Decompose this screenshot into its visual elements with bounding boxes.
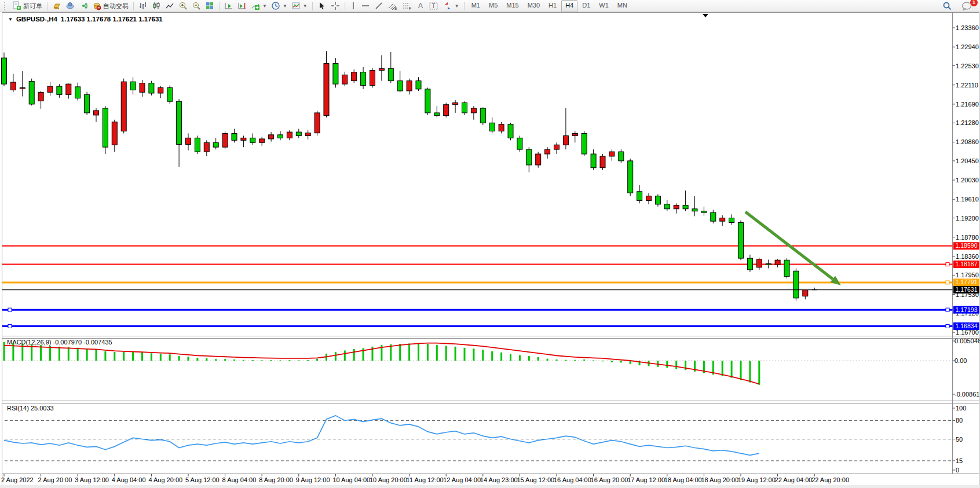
svg-text:1.20030: 1.20030 xyxy=(956,177,979,184)
svg-text:14 Aug 23:00: 14 Aug 23:00 xyxy=(480,476,518,483)
symbol-dropdown-icon[interactable]: ▼ xyxy=(8,17,13,22)
svg-text:5 Aug 12:00: 5 Aug 12:00 xyxy=(185,476,220,483)
svg-text:9 Aug 12:00: 9 Aug 12:00 xyxy=(296,476,330,483)
svg-text:1.20450: 1.20450 xyxy=(956,157,979,164)
svg-text:12 Aug 04:00: 12 Aug 04:00 xyxy=(443,476,481,483)
svg-text:22 Aug 04:00: 22 Aug 04:00 xyxy=(775,476,813,483)
svg-text:1.21280: 1.21280 xyxy=(956,119,979,126)
svg-text:1.22530: 1.22530 xyxy=(956,63,979,69)
svg-text:1.17791: 1.17791 xyxy=(956,278,978,285)
svg-text:1.17950: 1.17950 xyxy=(956,271,979,278)
svg-text:17 Aug 12:00: 17 Aug 12:00 xyxy=(627,476,665,483)
svg-text:3 Aug 12:00: 3 Aug 12:00 xyxy=(75,476,109,483)
svg-text:2 Aug 20:00: 2 Aug 20:00 xyxy=(38,476,72,483)
chart-title: GBPUSD-,H4 xyxy=(16,16,57,23)
svg-text:10 Aug 04:00: 10 Aug 04:00 xyxy=(332,476,370,483)
svg-text:15: 15 xyxy=(956,457,963,464)
svg-text:16 Aug 20:00: 16 Aug 20:00 xyxy=(591,476,628,483)
svg-text:1.18360: 1.18360 xyxy=(956,253,979,260)
rsi-indicator-label: RSI(14) 25.0033 xyxy=(7,405,54,412)
svg-text:8 Aug 04:00: 8 Aug 04:00 xyxy=(222,476,257,483)
svg-text:1.22110: 1.22110 xyxy=(956,82,978,89)
svg-text:10 Aug 20:00: 10 Aug 20:00 xyxy=(370,476,407,483)
svg-text:50: 50 xyxy=(956,436,963,443)
window-bottom-edge xyxy=(0,485,980,488)
svg-text:2 Aug 2022: 2 Aug 2022 xyxy=(1,476,34,483)
svg-text:4 Aug 20:00: 4 Aug 20:00 xyxy=(148,476,182,483)
svg-text:4 Aug 04:00: 4 Aug 04:00 xyxy=(112,476,146,483)
svg-text:11 Aug 12:00: 11 Aug 12:00 xyxy=(407,476,444,483)
svg-text:1.18590: 1.18590 xyxy=(956,242,978,249)
svg-text:1.20860: 1.20860 xyxy=(956,138,979,145)
chart-ohlc-values: 1.17633 1.17678 1.17621 1.17631 xyxy=(61,16,163,23)
svg-text:0.005046: 0.005046 xyxy=(955,337,980,344)
svg-text:-0.008617: -0.008617 xyxy=(955,391,980,398)
application-window: 新订单 自动交易 ▼ ▼ ▼ E F A T ▼ xyxy=(0,0,980,488)
svg-text:16 Aug 04:00: 16 Aug 04:00 xyxy=(554,476,591,483)
svg-text:0: 0 xyxy=(956,467,959,474)
svg-text:1.23360: 1.23360 xyxy=(956,24,979,31)
svg-text:1.21690: 1.21690 xyxy=(956,101,979,108)
svg-text:1.17631: 1.17631 xyxy=(956,286,978,293)
svg-text:15 Aug 12:00: 15 Aug 12:00 xyxy=(517,476,554,483)
chart-header: ▼ GBPUSD-,H4 1.17633 1.17678 1.17621 1.1… xyxy=(8,16,163,23)
svg-text:1.18780: 1.18780 xyxy=(956,234,979,241)
chart-background xyxy=(0,12,980,488)
svg-text:18 Aug 04:00: 18 Aug 04:00 xyxy=(664,476,702,483)
svg-text:1.18187: 1.18187 xyxy=(956,260,978,267)
macd-indicator-label: MACD(12,26,9) -0.007970 -0.007435 xyxy=(7,339,112,346)
svg-text:80: 80 xyxy=(956,417,963,424)
svg-text:100: 100 xyxy=(956,405,966,412)
svg-text:22 Aug 20:00: 22 Aug 20:00 xyxy=(811,476,849,483)
chart-canvas[interactable]: 1.233601.229401.225301.221101.216901.212… xyxy=(0,0,980,488)
svg-text:8 Aug 20:00: 8 Aug 20:00 xyxy=(259,476,293,483)
svg-text:1.19610: 1.19610 xyxy=(956,196,979,203)
svg-text:19 Aug 12:00: 19 Aug 12:00 xyxy=(738,476,776,483)
svg-text:1.17193: 1.17193 xyxy=(956,306,978,313)
svg-text:1.22940: 1.22940 xyxy=(956,43,979,50)
svg-text:0.00: 0.00 xyxy=(955,357,967,364)
svg-text:1.16834: 1.16834 xyxy=(956,322,978,329)
svg-text:18 Aug 20:00: 18 Aug 20:00 xyxy=(701,476,738,483)
svg-text:1.19200: 1.19200 xyxy=(956,215,979,222)
